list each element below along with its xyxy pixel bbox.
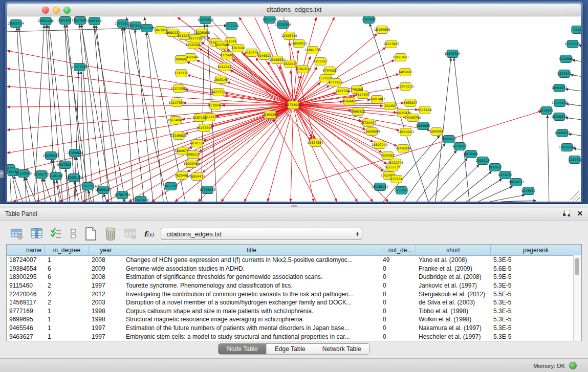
table-cell: 9465546 xyxy=(7,324,45,333)
application-desktop: ▸ citations_edges.txt 187240077463822966… xyxy=(0,0,588,204)
graph-node-label: 9245652 xyxy=(521,189,536,192)
graph-node-label: 2087682 xyxy=(362,17,376,21)
table-options-icon[interactable] xyxy=(10,227,24,240)
table-scrollbar[interactable] xyxy=(573,255,581,341)
table-row[interactable]: 977716911998Corpus callosum shape and si… xyxy=(7,307,581,316)
row-height-icon[interactable] xyxy=(69,227,77,240)
table-row[interactable]: 1872400712008Changes of HCN gene express… xyxy=(7,256,581,265)
table-cell: 5.3E-5 xyxy=(491,307,581,316)
table-cell: 5.3E-5 xyxy=(491,332,581,341)
new-table-icon[interactable] xyxy=(84,227,97,240)
graph-node-label: 9170046 xyxy=(208,103,223,107)
column-chooser-icon[interactable] xyxy=(30,227,43,240)
graph-node-label: 16648784 xyxy=(444,52,461,55)
table-row[interactable]: 1938455462009Genome-wide association stu… xyxy=(7,265,581,273)
table-cell: 0 xyxy=(380,298,416,307)
graph-edge xyxy=(441,165,479,202)
table-panel: Table Panel ✕ xyxy=(0,204,588,372)
table-cell: 5.3E-5 xyxy=(491,298,581,307)
table-cell: Tourette syndrome. Phenomenology and cla… xyxy=(123,281,380,290)
table-row[interactable]: 2242004622012Investigating the contribut… xyxy=(7,290,581,298)
table-cell: 2008 xyxy=(89,273,123,281)
table-tab-bar: Node Table Edge Table Network Table xyxy=(0,343,588,355)
graph-node-label: 9899095 xyxy=(416,124,430,127)
column-header-out_de[interactable]: △out_de... xyxy=(380,245,416,255)
graph-edge xyxy=(466,179,502,202)
graph-edge xyxy=(268,105,293,202)
table-row[interactable]: 1830029562008Estimation of significance … xyxy=(7,273,581,281)
delete-table-icon[interactable] xyxy=(104,227,117,240)
table-row[interactable]: 946362711997Embryonic stem cells: a mode… xyxy=(7,332,581,341)
graph-node-label: 16151132 xyxy=(384,165,401,169)
desktop-edge-marker[interactable]: ▸ xyxy=(0,170,4,178)
table-row[interactable]: 1456911722003Disruption of a novel membe… xyxy=(7,298,581,307)
float-panel-icon[interactable] xyxy=(562,209,571,217)
graph-node-label: 2803144 xyxy=(214,78,228,81)
graph-node-label: 18226058 xyxy=(194,31,210,34)
graph-node-label: 19756928 xyxy=(395,146,411,150)
table-row[interactable]: 946554611997Estimation of the future num… xyxy=(7,324,581,333)
graph-node-label: 1145197 xyxy=(49,174,63,178)
table-panel-header: Table Panel ✕ xyxy=(0,208,588,221)
tab-network-table[interactable]: Network Table xyxy=(314,344,369,354)
graph-node-label: 16782759 xyxy=(114,193,130,196)
table-cell: 2 xyxy=(45,298,89,307)
function-builder-icon[interactable]: f(x) xyxy=(144,230,154,238)
graph-node-label: 1640954 xyxy=(429,129,444,133)
graph-node-label: 20691406 xyxy=(37,19,54,23)
graph-node-label: 12923448 xyxy=(133,198,149,202)
graph-edge xyxy=(81,71,86,202)
table-cell: Genome-wide association studies in ADHD. xyxy=(123,265,380,273)
table-cell: 22420046 xyxy=(7,290,45,298)
graph-node-label: 20053346 xyxy=(72,65,88,69)
table-cell: 0 xyxy=(380,265,416,273)
table-row[interactable]: 911546021997Tourette syndrome. Phenomeno… xyxy=(7,281,581,290)
memory-ok-indicator-icon[interactable] xyxy=(569,362,577,369)
graph-edge xyxy=(273,119,316,202)
graph-node-label: 2718126 xyxy=(174,71,188,75)
table-cell: Estimation of significance thresholds fo… xyxy=(123,273,380,281)
graph-edge xyxy=(94,25,109,202)
window-titlebar[interactable]: citations_edges.txt xyxy=(7,4,581,16)
graph-node-label: 15188520 xyxy=(269,58,286,61)
close-panel-icon[interactable]: ✕ xyxy=(577,209,583,217)
graph-node-label: 7955812 xyxy=(313,59,328,63)
column-header-in_degree[interactable]: in_degree xyxy=(45,245,89,255)
table-cell: 2009 xyxy=(89,265,123,273)
graph-node-label: 8427552 xyxy=(211,90,226,94)
column-header-year[interactable]: year xyxy=(89,245,123,255)
table-source-select[interactable]: citations_edges.txt ▲▼ xyxy=(161,228,362,240)
canvas-resize-grip[interactable] xyxy=(571,191,580,201)
panel-splitter[interactable] xyxy=(0,204,588,208)
graph-node-label: 20206535 xyxy=(42,154,59,157)
table-cell: 1 xyxy=(45,256,89,265)
memory-status-label: Memory: OK xyxy=(533,363,565,369)
table-cell: 6 xyxy=(45,265,89,273)
panel-title: Table Panel xyxy=(5,210,37,217)
graph-node-label: 8813054 xyxy=(263,17,277,21)
graph-node-label: 11362615 xyxy=(295,67,311,71)
column-header-short[interactable]: short xyxy=(416,245,491,255)
table-row[interactable]: 969969511998Structural magnetic resonanc… xyxy=(7,315,581,324)
graph-node-label: 9497568 xyxy=(335,89,350,93)
table-cell: Structural magnetic resonance image aver… xyxy=(123,315,380,324)
column-header-pagerank[interactable]: pagerank xyxy=(491,245,581,255)
graph-node-label: 16153594 xyxy=(197,126,213,129)
tab-node-table[interactable]: Node Table xyxy=(219,344,266,354)
table-cell: 9463627 xyxy=(7,332,45,341)
column-header-name[interactable]: name xyxy=(7,245,45,255)
network-canvas[interactable]: 1872400774638229660123991295416543982224… xyxy=(7,16,581,202)
column-header-title[interactable]: title xyxy=(123,245,380,255)
graph-edge xyxy=(293,105,314,202)
graph-edge xyxy=(571,75,581,77)
select-rows-icon[interactable] xyxy=(50,227,62,240)
graph-node-label: 16640910 xyxy=(291,41,307,45)
graph-node-label: 3624594 xyxy=(356,93,370,96)
table-cell: Disruption of a novel member of a sodium… xyxy=(123,298,380,307)
table-cell: 5.3E-5 xyxy=(491,315,581,324)
tab-edge-table[interactable]: Edge Table xyxy=(266,344,314,354)
scrollbar-thumb[interactable] xyxy=(575,258,579,275)
table-cell: 0 xyxy=(380,324,416,333)
graph-node-label: 1112 xyxy=(573,28,581,31)
graph-node-label: 98960 xyxy=(176,57,186,61)
